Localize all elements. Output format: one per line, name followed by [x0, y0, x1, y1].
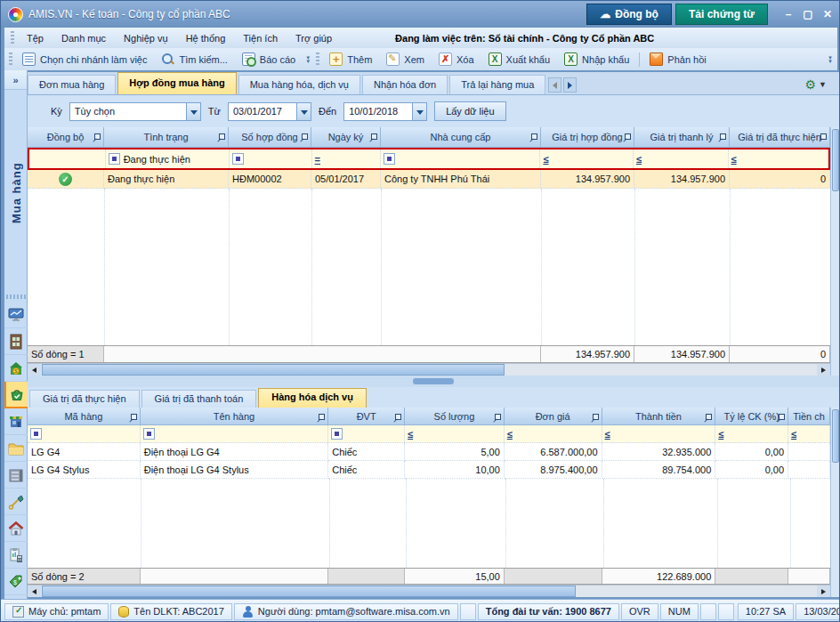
view-button[interactable]: Xem [379, 51, 432, 68]
filter-cell-dong-bo[interactable] [29, 149, 106, 168]
menu-tien-ich[interactable]: Tiện ích [235, 31, 286, 45]
grid-empty-area[interactable] [28, 189, 830, 345]
sidebar-item-invoices[interactable] [4, 435, 28, 462]
tab-scroll-left-button[interactable] [548, 77, 561, 93]
sidebar-splitter[interactable] [6, 295, 26, 299]
vertical-scrollbar[interactable] [830, 127, 839, 376]
sync-button[interactable]: Đồng bộ [586, 4, 672, 25]
toolbar-overflow-button[interactable]: ▾▾ [303, 56, 313, 63]
lte-operator-icon[interactable]: ≤ [605, 429, 610, 440]
line-item-row[interactable]: LG G4 Điện thoại LG G4 Chiếc 5,00 6.587.… [28, 443, 830, 461]
splitter-handle[interactable] [413, 378, 454, 384]
column-header-thanh-tien[interactable]: Thành tiền [602, 408, 716, 425]
load-data-button[interactable]: Lấy dữ liệu [434, 101, 505, 121]
pin-icon[interactable] [718, 133, 726, 141]
lte-operator-icon[interactable]: ≤ [507, 429, 513, 440]
tab-mua-hang-hoa-dich-vu[interactable]: Mua hàng hóa, dịch vụ [238, 75, 360, 94]
amount-cell[interactable]: 89.754.000 [602, 461, 716, 479]
column-header-dong-bo[interactable]: Đồng bộ [28, 127, 104, 148]
filter-cell-don-gia[interactable]: ≤ [505, 425, 602, 442]
scrollbar-thumb[interactable] [42, 364, 505, 376]
discount-rate-cell[interactable]: 0,00 [715, 443, 788, 461]
filter-cell-dvt[interactable] [328, 425, 405, 442]
filter-cell-gia-tri-hop-dong[interactable]: ≤ [540, 149, 634, 168]
sidebar-item-pricing[interactable]: $ [4, 569, 28, 595]
item-code-cell[interactable]: LG G4 Stylus [28, 461, 141, 479]
export-button[interactable]: Xuất khẩu [481, 51, 558, 68]
scroll-left-arrow[interactable] [28, 364, 41, 376]
sidebar-item-purchasing[interactable] [4, 382, 28, 408]
filter-cell-ngay-ky[interactable]: = [312, 149, 382, 168]
filter-cell-thanh-tien[interactable]: ≤ [602, 425, 716, 442]
pin-icon[interactable] [217, 133, 225, 141]
pin-icon[interactable] [300, 133, 308, 141]
pin-icon[interactable] [129, 414, 137, 422]
pin-icon[interactable] [777, 414, 785, 422]
close-button[interactable]: ✕ [820, 8, 836, 20]
liquidation-value-cell[interactable]: 134.957.900 [634, 170, 730, 189]
unit-cell[interactable]: Chiếc [328, 461, 405, 479]
report-button[interactable]: Báo cáo [235, 51, 303, 68]
contract-row[interactable]: Đang thực hiện HĐM00002 05/01/2017 Công … [28, 170, 830, 189]
unit-price-cell[interactable]: 6.587.000,00 [505, 443, 602, 461]
item-name-cell[interactable]: Điện thoại LG G4 [141, 443, 329, 461]
pin-icon[interactable] [529, 133, 537, 141]
supplier-cell[interactable]: Công ty TNHH Phú Thái [381, 170, 541, 189]
sign-date-cell[interactable]: 05/01/2017 [311, 170, 381, 189]
discount-amount-cell[interactable] [788, 461, 830, 479]
vertical-scrollbar[interactable] [830, 408, 839, 597]
executed-value-cell[interactable]: 0 [730, 170, 830, 189]
pin-icon[interactable] [493, 414, 501, 422]
toolbar-overflow-button[interactable]: ▾▾ [825, 56, 836, 63]
filter-type-button[interactable] [384, 153, 395, 165]
column-header-so-hop-dong[interactable]: Số hợp đồng [229, 127, 311, 148]
horizontal-scrollbar[interactable] [28, 585, 830, 597]
unit-price-cell[interactable]: 8.975.400,00 [505, 461, 602, 479]
equals-operator-icon[interactable]: = [315, 154, 320, 165]
tab-don-mua-hang[interactable]: Đơn mua hàng [28, 75, 116, 94]
filter-value[interactable]: Đang thực hiện [124, 154, 190, 165]
filter-cell-tien-chiet-khau[interactable]: ≤ [788, 425, 830, 442]
choose-branch-button[interactable]: Chọn chi nhánh làm việc [15, 51, 154, 68]
filter-type-button[interactable] [232, 153, 244, 165]
sidebar-item-summary[interactable] [4, 542, 28, 569]
add-button[interactable]: Thêm [322, 51, 379, 68]
download-documents-button[interactable]: Tải chứng từ [675, 4, 768, 25]
lte-operator-icon[interactable]: ≤ [636, 154, 642, 165]
pin-icon[interactable] [393, 414, 401, 422]
quantity-cell[interactable]: 5,00 [405, 443, 505, 461]
horizontal-scrollbar[interactable] [28, 363, 830, 376]
pin-icon[interactable] [591, 414, 599, 422]
quantity-cell[interactable]: 10,00 [405, 461, 505, 479]
filter-cell-ty-le-ck[interactable]: ≤ [715, 425, 788, 442]
tab-gia-tri-da-thanh-toan[interactable]: Giá trị đã thanh toán [141, 390, 257, 408]
discount-rate-cell[interactable]: 0,00 [715, 461, 788, 479]
column-header-ten-hang[interactable]: Tên hàng [141, 408, 329, 425]
lte-operator-icon[interactable]: ≤ [543, 154, 548, 165]
filter-cell-so-luong[interactable]: ≤ [405, 425, 505, 442]
column-header-dvt[interactable]: ĐVT [328, 408, 405, 425]
line-item-row[interactable]: LG G4 Stylus Điện thoại LG G4 Stylus Chi… [28, 461, 830, 479]
scroll-left-arrow[interactable] [28, 586, 41, 597]
column-header-so-luong[interactable]: Số lượng [405, 408, 505, 425]
sidebar-expand-button[interactable]: » [4, 70, 27, 90]
grid-empty-area[interactable] [28, 479, 830, 568]
filter-cell-so-hop-dong[interactable] [230, 149, 312, 168]
search-button[interactable]: Tìm kiếm... [154, 51, 234, 68]
filter-type-button[interactable] [331, 428, 343, 440]
sidebar-item-assets[interactable] [4, 515, 28, 542]
tab-nhan-hoa-don[interactable]: Nhận hóa đơn [362, 75, 448, 94]
menu-he-thong[interactable]: Hệ thống [178, 31, 234, 45]
lte-operator-icon[interactable]: ≤ [791, 429, 796, 440]
contract-value-cell[interactable]: 134.957.900 [541, 170, 634, 189]
amount-cell[interactable]: 32.935.000 [602, 443, 716, 461]
column-header-don-gia[interactable]: Đơn giá [505, 408, 602, 425]
pin-icon[interactable] [317, 414, 325, 422]
menu-tep[interactable]: Tệp [19, 31, 52, 45]
tab-gia-tri-da-thuc-hien[interactable]: Giá trị đã thực hiện [29, 390, 140, 408]
menu-danh-muc[interactable]: Danh mục [53, 31, 114, 45]
pin-icon[interactable] [369, 133, 377, 141]
pin-icon[interactable] [704, 414, 712, 422]
filter-type-button[interactable] [143, 428, 155, 440]
discount-amount-cell[interactable] [788, 443, 830, 461]
